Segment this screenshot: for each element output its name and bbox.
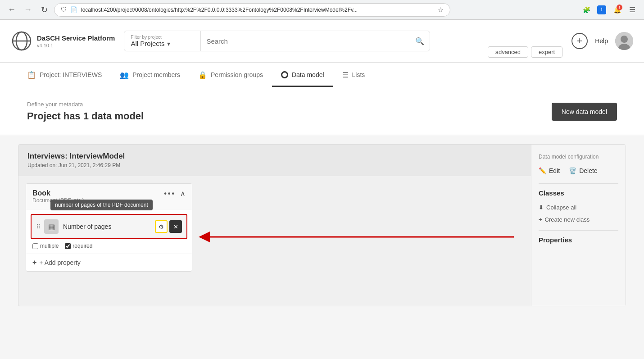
search-input-area: 🔍 bbox=[201, 31, 430, 51]
new-data-model-button[interactable]: New data model bbox=[552, 103, 617, 121]
collapse-label: Collapse all bbox=[546, 204, 576, 211]
property-actions: ⚙ ✕ bbox=[155, 220, 182, 233]
main-content: Define your metadata Project has 1 data … bbox=[0, 88, 644, 359]
edit-label: Edit bbox=[549, 167, 560, 174]
url-text: localhost:4200/project/0008/ontologies/h… bbox=[81, 7, 434, 13]
page-icon: 📄 bbox=[70, 6, 77, 13]
filter-value: All Projects bbox=[131, 40, 164, 47]
permissions-tab-icon: 🔒 bbox=[198, 71, 207, 79]
property-icon: ▦ bbox=[44, 219, 59, 234]
required-label: required bbox=[73, 243, 92, 249]
multiple-checkbox[interactable] bbox=[32, 243, 38, 249]
filter-project-button[interactable]: Filter by project All Projects ▾ bbox=[124, 31, 201, 51]
tab-lists[interactable]: ☰ Lists bbox=[333, 64, 374, 88]
add-property-button[interactable]: + + Add property bbox=[26, 254, 192, 271]
properties-title: Properties bbox=[539, 236, 618, 244]
logo-icon bbox=[11, 30, 32, 52]
search-mode-tabs: advanced expert bbox=[488, 46, 563, 58]
property-row: ⠿ ▦ Number of pages ⚙ ✕ bbox=[31, 214, 187, 239]
tab-members[interactable]: 👥 Project members bbox=[111, 64, 189, 88]
avatar[interactable] bbox=[615, 32, 633, 50]
properties-section: Properties bbox=[539, 230, 618, 244]
classes-title: Classes bbox=[539, 189, 618, 197]
config-title: Data model configuration bbox=[539, 154, 618, 160]
model-header: Interviews: InterviewModel Updated on: J… bbox=[18, 145, 531, 176]
property-checkboxes: multiple required bbox=[26, 241, 192, 254]
search-combo: Filter by project All Projects ▾ 🔍 bbox=[124, 31, 430, 51]
multiple-checkbox-label[interactable]: multiple bbox=[32, 243, 59, 249]
model-updated: Updated on: Jun 21, 2021, 2:46:29 PM bbox=[27, 162, 125, 168]
tab-project[interactable]: 📋 Project: INTERVIEWS bbox=[18, 64, 111, 88]
filter-chevron-icon: ▾ bbox=[167, 40, 170, 47]
property-settings-button[interactable]: ⚙ bbox=[155, 220, 168, 233]
permissions-tab-label: Permission groups bbox=[211, 71, 263, 78]
right-panel: Data model configuration ✏️ Edit 🗑️ Dele… bbox=[531, 145, 626, 306]
header-actions: + Help bbox=[571, 32, 633, 50]
members-tab-icon: 👥 bbox=[120, 71, 129, 79]
property-delete-button[interactable]: ✕ bbox=[169, 220, 182, 233]
advanced-tab[interactable]: advanced bbox=[488, 46, 528, 58]
app-header: DaSCH Service Platform v4.10.1 Filter by… bbox=[0, 20, 644, 63]
required-checkbox[interactable] bbox=[65, 243, 71, 249]
add-button[interactable]: + bbox=[571, 33, 588, 49]
bookmark-icon[interactable]: ☆ bbox=[438, 6, 444, 14]
lists-tab-icon: ☰ bbox=[342, 71, 349, 79]
refresh-button[interactable]: ↻ bbox=[38, 4, 50, 16]
edit-icon: ✏️ bbox=[539, 167, 546, 174]
version-text: v4.10.1 bbox=[37, 43, 115, 48]
nav-tabs: 📋 Project: INTERVIEWS 👥 Project members … bbox=[0, 63, 644, 88]
logo-text: DaSCH Service Platform bbox=[37, 34, 115, 43]
create-class-icon: + bbox=[539, 216, 542, 223]
tab-datamodel[interactable]: Data model bbox=[272, 64, 333, 87]
add-property-label: + Add property bbox=[39, 259, 80, 266]
delete-label: Delete bbox=[579, 167, 597, 174]
create-class-button[interactable]: + Create new class bbox=[539, 214, 618, 226]
forward-button[interactable]: → bbox=[22, 4, 34, 16]
class-name: Book bbox=[32, 189, 84, 197]
expert-tab[interactable]: expert bbox=[531, 46, 562, 58]
notification-badge[interactable]: 🔔 1 bbox=[611, 4, 623, 16]
project-tab-label: Project: INTERVIEWS bbox=[40, 71, 102, 78]
class-collapse-button[interactable]: ∧ bbox=[180, 189, 186, 198]
project-tab-icon: 📋 bbox=[27, 71, 36, 79]
browser-chrome: ← → ↻ 🛡 📄 localhost:4200/project/0008/on… bbox=[0, 0, 644, 20]
filter-label: Filter by project bbox=[131, 35, 194, 40]
property-tooltip: number of pages of the PDF document bbox=[50, 200, 153, 210]
property-name: Number of pages bbox=[63, 223, 155, 230]
profile-badge-1[interactable]: 1 bbox=[595, 4, 608, 16]
datamodel-tab-label: Data model bbox=[292, 71, 324, 78]
delete-button[interactable]: 🗑️ Delete bbox=[569, 167, 597, 174]
property-row-wrapper: number of pages of the PDF document ⠿ ▦ … bbox=[31, 214, 187, 239]
multiple-label: multiple bbox=[40, 243, 59, 249]
model-name: Interviews: InterviewModel bbox=[27, 152, 125, 161]
dm-page-header: Define your metadata Project has 1 data … bbox=[0, 88, 644, 135]
classes-section: Classes ⬇ Collapse all + Create new clas… bbox=[539, 183, 618, 226]
shield-icon: 🛡 bbox=[61, 6, 67, 13]
collapse-icon: ⬇ bbox=[539, 204, 544, 211]
back-button[interactable]: ← bbox=[5, 4, 18, 16]
lower-section: Interviews: InterviewModel Updated on: J… bbox=[18, 144, 626, 306]
search-input[interactable] bbox=[206, 37, 412, 45]
edit-button[interactable]: ✏️ Edit bbox=[539, 167, 560, 174]
search-icon: 🔍 bbox=[415, 37, 424, 45]
tab-permissions[interactable]: 🔒 Permission groups bbox=[189, 64, 272, 88]
collapse-all-button[interactable]: ⬇ Collapse all bbox=[539, 201, 618, 214]
class-more-button[interactable]: ••• bbox=[164, 190, 176, 198]
extensions-icon[interactable]: 🧩 bbox=[580, 4, 593, 16]
drag-handle-icon[interactable]: ⠿ bbox=[36, 223, 41, 230]
dm-title: Project has 1 data model bbox=[27, 110, 144, 122]
menu-button[interactable]: ☰ bbox=[626, 4, 639, 16]
address-bar[interactable]: 🛡 📄 localhost:4200/project/0008/ontologi… bbox=[54, 3, 450, 17]
dm-subtitle: Define your metadata bbox=[27, 101, 144, 108]
search-filter-area: Filter by project All Projects ▾ 🔍 advan… bbox=[124, 31, 562, 51]
delete-icon: 🗑️ bbox=[569, 167, 576, 174]
required-checkbox-label[interactable]: required bbox=[65, 243, 92, 249]
book-class-card: Book Document (PDF, etc.) ••• ∧ number o… bbox=[26, 183, 192, 272]
add-property-icon: + bbox=[32, 259, 36, 267]
members-tab-label: Project members bbox=[132, 71, 180, 78]
svg-point-4 bbox=[621, 36, 628, 43]
datamodel-tab-icon bbox=[281, 71, 288, 78]
create-class-label: Create new class bbox=[545, 216, 590, 223]
help-button[interactable]: Help bbox=[595, 37, 608, 45]
model-main: Interviews: InterviewModel Updated on: J… bbox=[18, 145, 531, 306]
